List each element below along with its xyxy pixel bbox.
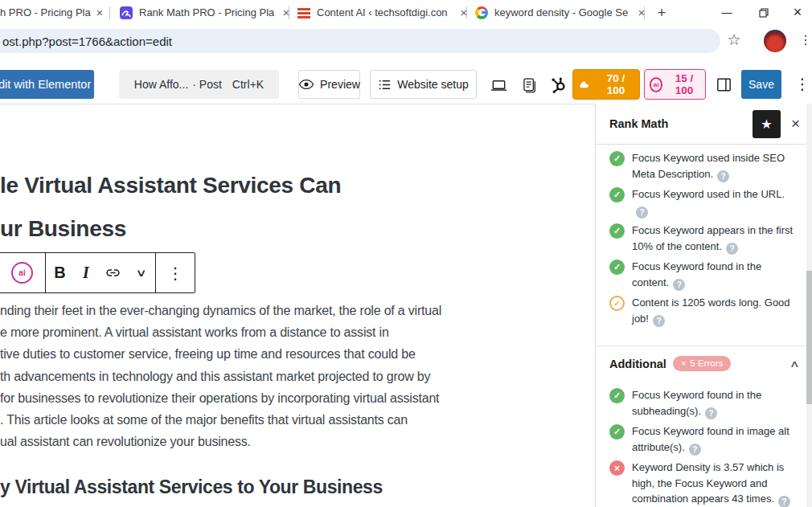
check-line: Focus Keyword found in image alt [632, 423, 789, 440]
tab-title: h PRO - Pricing Pla [0, 6, 91, 18]
panel-title: Rank Math [609, 117, 753, 130]
shortcut-hint: Ctrl+K [232, 78, 264, 91]
additional-label: Additional [609, 358, 666, 370]
link-icon[interactable] [98, 253, 128, 292]
help-icon[interactable]: ? [653, 315, 665, 327]
seo-check-item: ✓ Focus Keyword appears in the first10% … [609, 223, 798, 255]
tab-separator [644, 6, 645, 19]
website-setup-button[interactable]: Website setup [370, 70, 477, 99]
edit-with-elementor-button[interactable]: dit with Elementor [0, 70, 94, 99]
rank-math-score-badge[interactable]: 70 / 100 [572, 69, 640, 100]
check-text: Focus Keyword appears in the first10% of… [632, 223, 793, 255]
help-icon[interactable]: ? [778, 496, 790, 507]
content-docs-icon[interactable] [518, 74, 540, 96]
errors-count: 5 Errors [690, 358, 723, 368]
star-icon: ★ [761, 117, 772, 132]
pass-icon: ✓ [609, 260, 625, 275]
close-panel-icon[interactable]: × [791, 115, 800, 133]
check-text: Focus Keyword found in image altattribut… [632, 423, 789, 456]
italic-button[interactable]: I [74, 253, 98, 292]
seo-check-item: ✓ Content is 1205 words long. Goodjob!? [609, 295, 798, 327]
options-menu-icon[interactable]: ⋮ [793, 70, 812, 99]
tab-close-icon[interactable]: × [634, 6, 649, 19]
chevron-up-icon[interactable]: ∧ [789, 358, 800, 370]
content-ai-score-badge[interactable]: ai 15 / 100 [644, 69, 706, 100]
minimize-button[interactable]: — [711, 0, 743, 25]
help-icon[interactable]: ? [636, 206, 648, 219]
close-window-button[interactable]: × [783, 0, 812, 25]
tab-title: Rank Math PRO - Pricing Pla [139, 6, 277, 18]
preview-button[interactable]: Preview [298, 70, 360, 99]
sidebar-scrollbar-thumb[interactable] [806, 271, 812, 404]
preview-label: Preview [320, 78, 360, 91]
document-title: How Affo... [134, 78, 188, 91]
error-x-icon: × [681, 358, 686, 368]
check-line: combination appears 43 times. [632, 493, 774, 505]
device-preview-icon[interactable] [487, 74, 510, 96]
browser-tab-3[interactable]: Content AI ‹ techsoftdigi.con × [291, 0, 471, 25]
paragraph-line: for businesses to revolutionize their op… [0, 387, 441, 409]
pin-plugin-button[interactable]: ★ [753, 110, 781, 138]
save-button[interactable]: Save [741, 70, 781, 99]
website-setup-label: Website setup [397, 78, 468, 91]
browser-toolbar: ost.php?post=1766&action=edit ☆ ⋮ [0, 26, 812, 57]
check-text: Keyword Density is 3.57 which ishigh, th… [632, 460, 790, 507]
bold-button[interactable]: B [46, 253, 74, 292]
chevron-down-icon[interactable]: ∨ [128, 253, 156, 292]
help-icon[interactable]: ? [689, 444, 701, 456]
fail-icon: × [609, 460, 625, 476]
pass-icon: ✓ [609, 388, 625, 403]
post-subheading[interactable]: y Virtual Assistant Services to Your Bus… [0, 476, 383, 498]
browser-tab-4[interactable]: keyword density - Google Se × [469, 0, 649, 25]
rank-math-panel-header: Rank Math ★ × [596, 104, 812, 145]
document-overview-button[interactable]: How Affo... · Post Ctrl+K [119, 70, 279, 99]
content-ai-button[interactable]: ai [0, 253, 46, 292]
pass-icon: ✓ [609, 187, 625, 202]
post-title-line-2[interactable]: ur Business [0, 216, 126, 242]
block-options-icon[interactable]: ⋮ [156, 253, 195, 292]
check-text: Focus Keyword found in thesubheading(s).… [632, 387, 761, 419]
new-tab-button[interactable]: + [651, 2, 672, 23]
content-ai-icon: ai [650, 77, 662, 92]
check-text: Focus Keyword found in thecontent.? [632, 259, 761, 291]
restore-button[interactable] [748, 0, 780, 25]
rank-math-checklist: ✓ Focus Keyword used inside SEOMeta Desc… [596, 145, 812, 507]
address-bar[interactable]: ost.php?post=1766&action=edit [0, 29, 720, 53]
content-ai-score-value: 15 / 100 [668, 72, 700, 96]
post-paragraph[interactable]: nding their feet in the ever-changing dy… [0, 300, 441, 452]
editor-header: dit with Elementor How Affo... · Post Ct… [0, 56, 812, 104]
check-line: high, the Focus Keyword and [632, 476, 790, 492]
tab-separator [466, 6, 467, 19]
list-icon [378, 78, 392, 92]
check-line: job! [632, 313, 649, 325]
block-toolbar: ai B I ∨ ⋮ [0, 252, 195, 293]
check-text: Focus Keyword used in the URL.? [632, 186, 785, 219]
sidebar-scrollbar-track[interactable] [806, 104, 812, 507]
browser-tab-1[interactable]: h PRO - Pricing Pla × [0, 0, 109, 25]
seo-check-item: × Keyword Density is 3.57 which ishigh, … [609, 460, 798, 507]
browser-menu-icon[interactable]: ⋮ [798, 30, 812, 51]
tab-close-icon[interactable]: × [92, 6, 107, 19]
help-icon[interactable]: ? [717, 170, 729, 182]
seo-check-item: ✓ Focus Keyword used inside SEOMeta Desc… [609, 150, 798, 182]
check-line: Content is 1205 words long. Good [632, 295, 790, 311]
bookmark-star-icon[interactable]: ☆ [724, 30, 744, 51]
sidebar-toggle-icon[interactable] [712, 73, 735, 96]
google-favicon [475, 6, 488, 19]
content-ai-icon: ai [11, 262, 33, 284]
post-title-line-1[interactable]: le Virtual Assistant Services Can [0, 173, 341, 198]
check-line: Focus Keyword appears in the first [632, 223, 793, 239]
help-icon[interactable]: ? [673, 279, 685, 291]
rank-math-score-icon [578, 78, 592, 92]
eye-icon [298, 76, 314, 92]
check-line: Focus Keyword used inside SEO [632, 150, 785, 166]
additional-section-header[interactable]: Additional ×5 Errors ∧ [596, 345, 812, 387]
help-icon[interactable]: ? [705, 407, 717, 419]
check-line: content. [632, 276, 669, 288]
browser-tab-2[interactable]: Rank Math PRO - Pricing Pla × [113, 0, 293, 25]
hubspot-icon[interactable] [547, 74, 570, 96]
tab-separator [109, 6, 110, 19]
tab-title: Content AI ‹ techsoftdigi.con [317, 6, 455, 18]
profile-avatar[interactable] [764, 30, 786, 52]
help-icon[interactable]: ? [726, 243, 738, 255]
